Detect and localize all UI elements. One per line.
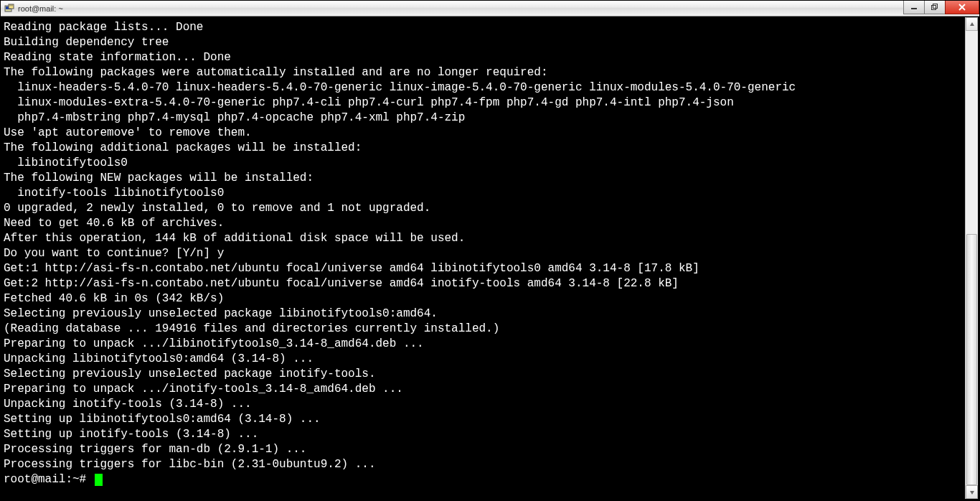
terminal-line: (Reading database ... 194916 files and d… xyxy=(4,322,963,337)
terminal-line: libinotifytools0 xyxy=(4,156,963,171)
title-bar[interactable]: root@mail: ~ xyxy=(1,1,979,17)
terminal-line: Selecting previously unselected package … xyxy=(4,367,963,382)
svg-rect-6 xyxy=(932,6,936,10)
terminal-line: Fetched 40.6 kB in 0s (342 kB/s) xyxy=(4,291,963,306)
terminal-line: linux-modules-extra-5.4.0-70-generic php… xyxy=(4,95,963,111)
minimize-icon xyxy=(910,4,918,11)
terminal-line: linux-headers-5.4.0-70 linux-headers-5.4… xyxy=(4,80,963,95)
putty-window: root@mail: ~ Reading package lists... Do… xyxy=(0,0,980,501)
terminal-line: Need to get 40.6 kB of archives. xyxy=(4,216,963,231)
scrollbar-track[interactable] xyxy=(966,31,978,485)
terminal-line: Processing triggers for man-db (2.9.1-1)… xyxy=(4,442,963,457)
terminal-line: Selecting previously unselected package … xyxy=(4,306,963,322)
maximize-icon xyxy=(931,4,938,11)
terminal-cursor xyxy=(95,474,103,486)
terminal-line: Get:2 http://asi-fs-n.contabo.net/ubuntu… xyxy=(4,276,963,291)
terminal-line: Preparing to unpack .../inotify-tools_3.… xyxy=(4,382,963,397)
terminal-line: Preparing to unpack .../libinotifytools0… xyxy=(4,337,963,352)
terminal-line: Unpacking inotify-tools (3.14-8) ... xyxy=(4,397,963,412)
terminal-line: After this operation, 144 kB of addition… xyxy=(4,231,963,246)
terminal-line: inotify-tools libinotifytools0 xyxy=(4,186,963,201)
putty-icon[interactable] xyxy=(4,3,15,14)
vertical-scrollbar[interactable] xyxy=(965,17,978,499)
scroll-down-button[interactable] xyxy=(966,485,978,499)
terminal-line: Use 'apt autoremove' to remove them. xyxy=(4,126,963,141)
terminal-line: Processing triggers for libc-bin (2.31-0… xyxy=(4,457,963,472)
scrollbar-thumb[interactable] xyxy=(966,234,977,485)
terminal-area: Reading package lists... DoneBuilding de… xyxy=(2,17,978,499)
svg-marker-10 xyxy=(970,22,974,26)
window-title: root@mail: ~ xyxy=(18,4,903,13)
scroll-down-icon xyxy=(969,490,975,495)
terminal-line: Building dependency tree xyxy=(4,35,963,50)
terminal-line: Reading package lists... Done xyxy=(4,20,963,35)
close-button[interactable] xyxy=(945,1,979,14)
terminal-line: 0 upgraded, 2 newly installed, 0 to remo… xyxy=(4,201,963,216)
terminal-line: php7.4-mbstring php7.4-mysql php7.4-opca… xyxy=(4,111,963,126)
close-icon xyxy=(958,3,966,11)
terminal-line: Setting up libinotifytools0:amd64 (3.14-… xyxy=(4,412,963,427)
maximize-button[interactable] xyxy=(924,1,945,14)
terminal-line: The following NEW packages will be insta… xyxy=(4,171,963,186)
terminal-line: Reading state information... Done xyxy=(4,50,963,65)
scroll-up-icon xyxy=(969,22,975,27)
terminal-prompt-line[interactable]: root@mail:~# xyxy=(4,472,963,487)
scroll-up-button[interactable] xyxy=(966,17,978,31)
terminal-line: Setting up inotify-tools (3.14-8) ... xyxy=(4,427,963,442)
window-button-group xyxy=(903,1,979,16)
terminal-line: Get:1 http://asi-fs-n.contabo.net/ubuntu… xyxy=(4,261,963,276)
terminal-line: The following additional packages will b… xyxy=(4,141,963,156)
terminal-line: Unpacking libinotifytools0:amd64 (3.14-8… xyxy=(4,352,963,367)
terminal-prompt: root@mail:~# xyxy=(4,473,93,486)
svg-marker-11 xyxy=(970,491,974,495)
terminal-line: Do you want to continue? [Y/n] y xyxy=(4,246,963,261)
minimize-button[interactable] xyxy=(903,1,924,14)
svg-rect-7 xyxy=(933,4,938,9)
terminal-line: The following packages were automaticall… xyxy=(4,65,963,80)
terminal[interactable]: Reading package lists... DoneBuilding de… xyxy=(2,17,965,499)
